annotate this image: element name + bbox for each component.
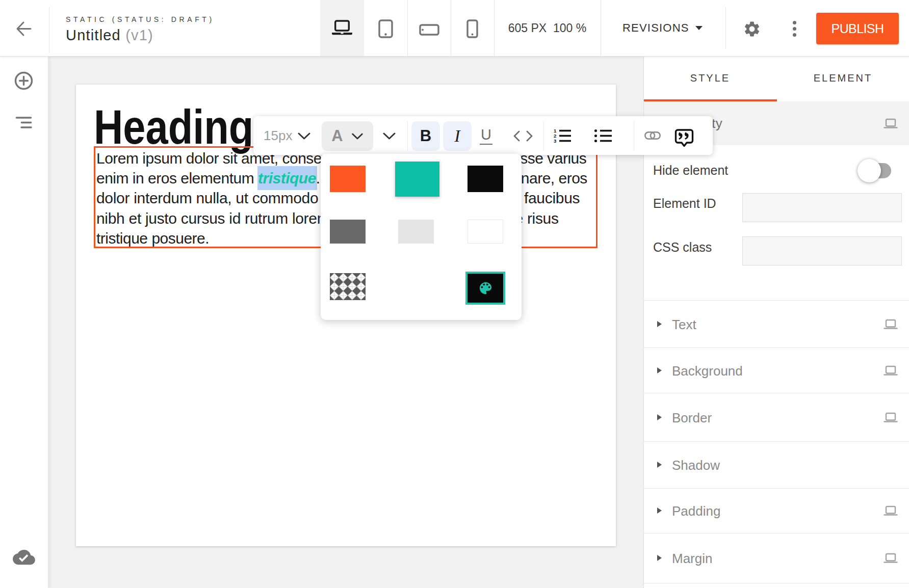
- svg-text:3: 3: [554, 138, 556, 143]
